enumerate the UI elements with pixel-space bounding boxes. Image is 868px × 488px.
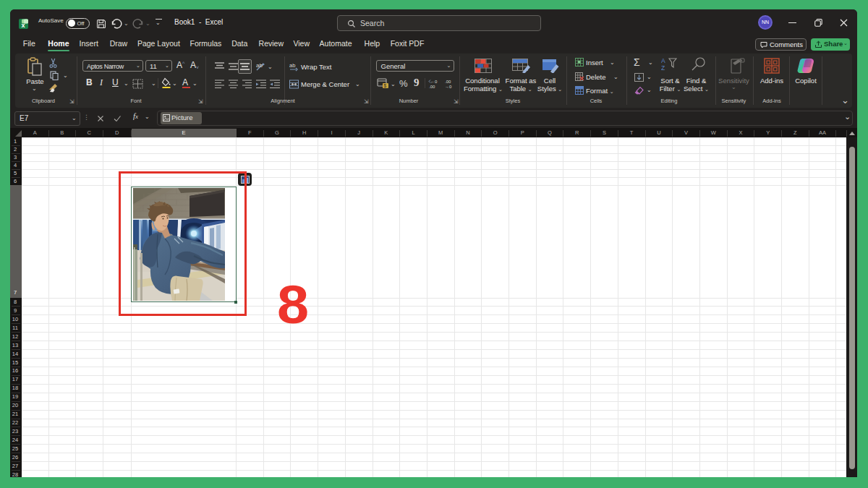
svg-text:.00: .00 <box>445 80 451 84</box>
svg-text:ab: ab <box>289 62 295 69</box>
svg-text:Z: Z <box>661 64 665 72</box>
svg-text:→0: →0 <box>445 85 452 89</box>
svg-text:A: A <box>661 57 665 64</box>
svg-text:$: $ <box>384 83 387 88</box>
svg-text:ab: ab <box>256 62 263 69</box>
svg-text:←0: ←0 <box>430 80 438 84</box>
svg-text:.00: .00 <box>429 85 435 89</box>
svg-text:x: x <box>22 22 25 29</box>
